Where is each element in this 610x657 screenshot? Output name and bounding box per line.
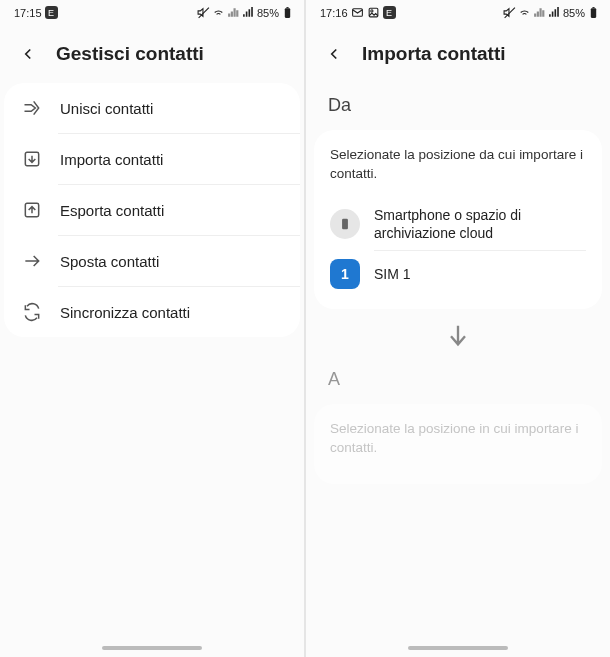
notif-icon: E xyxy=(45,6,58,19)
screen-manage-contacts: 17:15 E 85% Gestisci contatti Unisci con… xyxy=(0,0,304,657)
wifi-icon xyxy=(212,6,225,19)
image-icon xyxy=(367,6,380,19)
status-bar: 17:16 E 85% xyxy=(306,0,610,23)
notif-icon: E xyxy=(383,6,396,19)
section-to-label: A xyxy=(306,357,610,404)
mute-icon xyxy=(197,6,210,19)
status-time: 17:16 xyxy=(320,7,348,19)
nav-handle[interactable] xyxy=(408,646,508,650)
option-label: Smartphone o spazio di archiviazione clo… xyxy=(374,206,586,242)
nav-handle[interactable] xyxy=(102,646,202,650)
export-icon xyxy=(22,200,42,220)
page-title: Importa contatti xyxy=(362,43,506,65)
mute-icon xyxy=(503,6,516,19)
svg-rect-5 xyxy=(369,8,378,17)
battery-icon xyxy=(281,6,294,19)
svg-rect-0 xyxy=(285,8,290,18)
to-description: Selezionate la posizione in cui importar… xyxy=(330,420,586,458)
option-label: SIM 1 xyxy=(374,265,586,283)
network-icon xyxy=(533,6,546,19)
status-battery: 85% xyxy=(563,7,585,19)
status-time: 17:15 xyxy=(14,7,42,19)
from-box: Selezionate la posizione da cui importar… xyxy=(314,130,602,309)
signal-icon xyxy=(242,6,255,19)
svg-rect-7 xyxy=(591,8,596,18)
export-contacts-item[interactable]: Esporta contatti xyxy=(4,185,300,235)
move-contacts-item[interactable]: Sposta contatti xyxy=(4,236,300,286)
item-label: Esporta contatti xyxy=(60,202,164,219)
back-button[interactable] xyxy=(324,44,344,64)
header: Gestisci contatti xyxy=(0,23,304,83)
screen-import-contacts: 17:16 E 85% Importa contatti Da Selezion… xyxy=(306,0,610,657)
sync-icon xyxy=(22,302,42,322)
item-label: Sposta contatti xyxy=(60,253,159,270)
import-contacts-item[interactable]: Importa contatti xyxy=(4,134,300,184)
section-from-label: Da xyxy=(306,83,610,130)
page-title: Gestisci contatti xyxy=(56,43,204,65)
status-bar: 17:15 E 85% xyxy=(0,0,304,23)
sim-icon: 1 xyxy=(330,259,360,289)
manage-list: Unisci contatti Importa contatti Esporta… xyxy=(4,83,300,337)
merge-contacts-item[interactable]: Unisci contatti xyxy=(4,83,300,133)
from-description: Selezionate la posizione da cui importar… xyxy=(330,146,586,184)
status-battery: 85% xyxy=(257,7,279,19)
header: Importa contatti xyxy=(306,23,610,83)
option-phone-cloud[interactable]: Smartphone o spazio di archiviazione clo… xyxy=(330,198,586,250)
svg-rect-9 xyxy=(342,219,348,230)
to-box: Selezionate la posizione in cui importar… xyxy=(314,404,602,484)
svg-rect-1 xyxy=(286,7,288,8)
item-label: Unisci contatti xyxy=(60,100,153,117)
item-label: Sincronizza contatti xyxy=(60,304,190,321)
phone-icon xyxy=(330,209,360,239)
back-button[interactable] xyxy=(18,44,38,64)
option-sim1[interactable]: 1 SIM 1 xyxy=(330,251,586,297)
item-label: Importa contatti xyxy=(60,151,163,168)
import-icon xyxy=(22,149,42,169)
svg-rect-8 xyxy=(592,7,594,8)
arrow-down-icon xyxy=(306,309,610,357)
merge-icon xyxy=(22,98,42,118)
mail-icon xyxy=(351,6,364,19)
svg-point-6 xyxy=(370,10,372,12)
sync-contacts-item[interactable]: Sincronizza contatti xyxy=(4,287,300,337)
wifi-icon xyxy=(518,6,531,19)
battery-icon xyxy=(587,6,600,19)
network-icon xyxy=(227,6,240,19)
signal-icon xyxy=(548,6,561,19)
move-icon xyxy=(22,251,42,271)
